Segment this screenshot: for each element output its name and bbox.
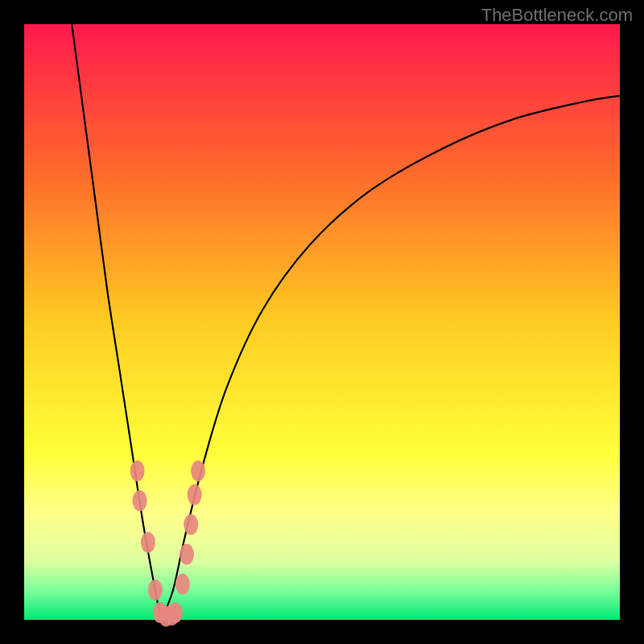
data-point	[175, 574, 190, 595]
data-point	[130, 460, 145, 481]
data-point	[133, 490, 147, 511]
watermark-text: TheBottleneck.com	[481, 5, 633, 26]
data-point	[148, 580, 163, 601]
chart-container: TheBottleneck.com	[0, 0, 644, 644]
data-point	[168, 602, 183, 623]
data-point	[184, 514, 198, 535]
data-point	[141, 532, 155, 553]
data-point	[191, 460, 205, 481]
bottleneck-chart	[0, 0, 644, 644]
data-point	[188, 485, 202, 506]
data-point	[180, 544, 194, 565]
